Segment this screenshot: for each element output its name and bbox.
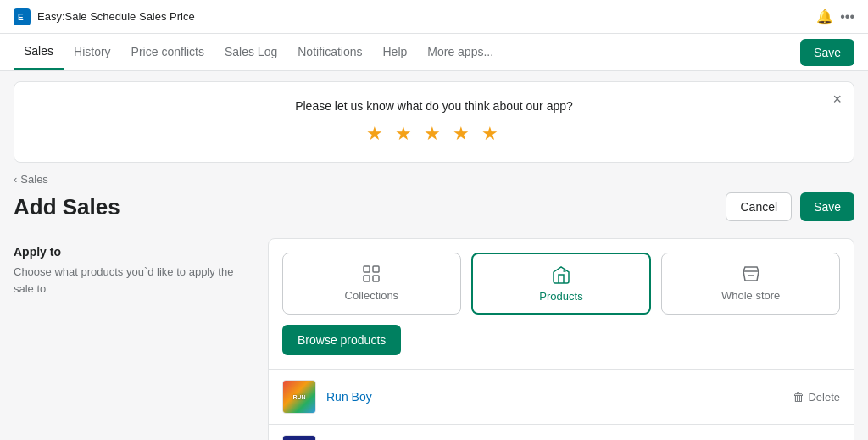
tab-sales[interactable]: Sales [14,34,64,70]
breadcrumb-chevron: ‹ [14,173,17,186]
product-item-super-mario: MARIO Super Mario 🗑 Delete [269,425,854,440]
star-rating[interactable]: ★ ★ ★ ★ ★ [35,123,833,145]
collections-icon [361,264,381,284]
product-thumb-super-mario: MARIO [282,435,316,440]
type-option-collections[interactable]: Collections [282,253,461,315]
svg-rect-5 [373,276,379,281]
type-option-whole-store[interactable]: Whole store [661,253,840,315]
app-name: Easy:Sale Schedule Sales Price [37,10,816,23]
cancel-button[interactable]: Cancel [726,192,792,221]
main-content: ‹ Sales Add Sales Cancel Save Apply to C… [0,173,868,440]
close-feedback-button[interactable]: × [832,91,842,109]
svg-rect-4 [364,276,370,281]
left-column: Apply to Choose what products you`d like… [14,238,251,297]
feedback-banner: × Please let us know what do you think a… [14,81,854,163]
tab-help[interactable]: Help [373,34,418,70]
products-icon [551,265,571,285]
collections-label: Collections [345,289,399,302]
nav-tabs: Sales History Price conflicts Sales Log … [14,34,800,70]
type-option-products[interactable]: Products [471,253,652,315]
tab-price-conflicts[interactable]: Price conflicts [121,34,214,70]
nav-save-button[interactable]: Save [800,39,854,66]
delete-run-boy-button[interactable]: 🗑 Delete [793,390,840,404]
svg-rect-2 [364,266,370,272]
tab-history[interactable]: History [64,34,121,70]
header-actions: Cancel Save [726,192,854,221]
nav-bar: Sales History Price conflicts Sales Log … [0,34,868,71]
title-bar: E Easy:Sale Schedule Sales Price 🔔 ••• [0,0,868,34]
tab-notifications[interactable]: Notifications [287,34,372,70]
title-bar-icons: 🔔 ••• [816,8,854,25]
svg-text:E: E [18,13,24,22]
right-column: Collections Products [268,238,854,440]
more-icon[interactable]: ••• [840,9,854,25]
svg-rect-3 [373,266,379,272]
app-logo: E [14,8,31,25]
product-list: RUN Run Boy 🗑 Delete MARIO [269,369,854,440]
page-header: Add Sales Cancel Save [14,192,854,221]
save-button[interactable]: Save [800,192,854,221]
breadcrumb[interactable]: ‹ Sales [14,173,854,186]
apply-to-description: Choose what products you`d like to apply… [14,264,251,297]
whole-store-label: Whole store [721,289,780,302]
tab-sales-log[interactable]: Sales Log [214,34,287,70]
trash-icon: 🗑 [793,390,804,404]
product-name-run-boy[interactable]: Run Boy [326,390,782,404]
browse-products-button[interactable]: Browse products [282,325,401,355]
breadcrumb-label: Sales [20,173,48,186]
whole-store-icon [741,264,761,284]
tab-more-apps[interactable]: More apps... [417,34,504,70]
page-title: Add Sales [14,194,120,220]
feedback-text: Please let us know what do you think abo… [35,99,833,113]
product-thumb-run-boy: RUN [282,380,316,414]
type-selector: Collections Products [269,239,854,325]
product-item-run-boy: RUN Run Boy 🗑 Delete [269,370,854,425]
bell-icon[interactable]: 🔔 [816,8,833,25]
delete-label: Delete [808,391,840,404]
two-column-layout: Apply to Choose what products you`d like… [14,238,854,440]
apply-to-title: Apply to [14,245,251,259]
products-label: Products [539,290,582,303]
